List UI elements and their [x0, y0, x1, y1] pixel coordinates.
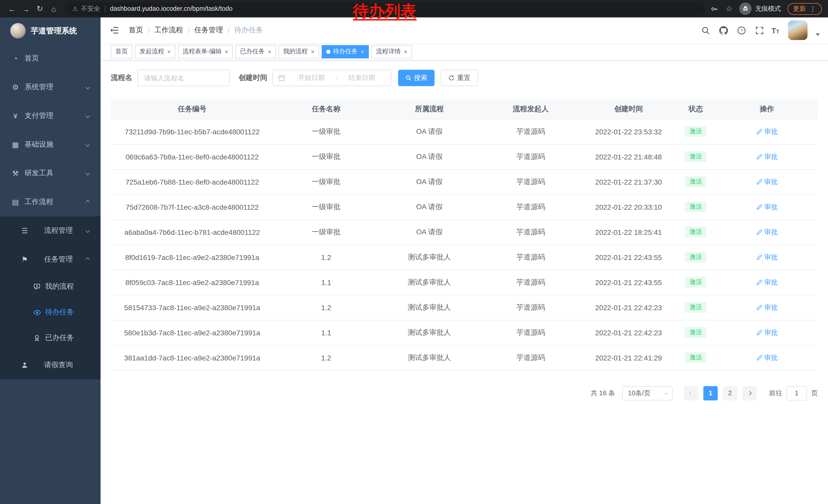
- avatar[interactable]: [788, 20, 808, 40]
- status-cell: 激活: [676, 320, 716, 345]
- sidebar-item-done-tasks[interactable]: 已办任务: [0, 325, 100, 351]
- tab-todo-tasks[interactable]: 待办任务 ×: [322, 45, 369, 58]
- sidebar-item-task-management[interactable]: ⚑ 任务管理: [0, 245, 100, 274]
- operation-cell: 审批: [716, 345, 818, 370]
- breadcrumb-task-management[interactable]: 任务管理: [195, 26, 223, 35]
- close-icon[interactable]: ×: [361, 48, 364, 55]
- approve-link[interactable]: 审批: [756, 177, 778, 186]
- start-date-placeholder: 开始日期: [287, 73, 335, 83]
- approve-link[interactable]: 审批: [756, 202, 778, 212]
- search-button[interactable]: 搜索: [398, 70, 434, 86]
- tab-process-form-edit[interactable]: 流程表单-编辑 ×: [178, 45, 233, 58]
- approve-link[interactable]: 审批: [756, 278, 778, 287]
- font-size-icon[interactable]: TT: [771, 26, 779, 35]
- search-button-label: 搜索: [414, 73, 427, 83]
- chevron-down-icon: [86, 171, 90, 176]
- tab-home[interactable]: 首页: [111, 45, 132, 58]
- sidebar-item-payment-management[interactable]: ¥ 支付管理: [0, 101, 100, 130]
- divider: [105, 5, 106, 12]
- page-size-select[interactable]: 10条/页: [622, 386, 672, 400]
- sidebar-item-my-process[interactable]: 我的流程: [0, 274, 100, 300]
- task-id-cell: 381aa1dd-7ac8-11ec-a9e2-a2380e71991a: [111, 345, 274, 370]
- approve-link[interactable]: 审批: [756, 253, 778, 262]
- operation-cell: 审批: [716, 295, 818, 320]
- sidebar-item-home[interactable]: ◔ 首页: [0, 44, 100, 73]
- close-icon[interactable]: ×: [311, 48, 315, 55]
- sidebar-item-infrastructure[interactable]: ▦ 基础设施: [0, 130, 100, 159]
- next-page-button[interactable]: [742, 386, 757, 400]
- tab-done-tasks[interactable]: 已办任务 ×: [236, 45, 276, 58]
- approve-link[interactable]: 审批: [756, 127, 778, 136]
- breadcrumb-separator: /: [188, 26, 190, 34]
- column-header: 创建时间: [581, 99, 675, 119]
- sidebar-item-system-management[interactable]: ⚙ 系统管理: [0, 73, 100, 101]
- tab-process-detail[interactable]: 流程详情 ×: [371, 45, 412, 58]
- sidebar-item-leave-query[interactable]: 请假查询: [0, 351, 100, 379]
- edit-icon: [756, 329, 762, 335]
- starter-cell: 芋道源码: [480, 119, 581, 144]
- edit-icon: [756, 304, 762, 311]
- bookmark-star-icon[interactable]: ☆: [726, 4, 733, 13]
- starter-cell: 芋道源码: [480, 295, 581, 320]
- update-label: 更新: [793, 4, 806, 13]
- starter-cell: 芋道源码: [480, 144, 581, 169]
- help-icon[interactable]: ?: [735, 24, 748, 36]
- fullscreen-icon[interactable]: [753, 24, 766, 36]
- page-size-value: 10条/页: [628, 388, 651, 398]
- home-icon[interactable]: ⌂: [47, 2, 60, 16]
- caret-down-icon[interactable]: [816, 33, 820, 36]
- page-button-2[interactable]: 2: [723, 386, 737, 400]
- page-content: 流程名 创建时间 开始日期 - 结束日期 搜索: [100, 60, 828, 504]
- approve-link[interactable]: 审批: [756, 227, 778, 237]
- hamburger-icon[interactable]: [108, 24, 121, 36]
- breadcrumb-home[interactable]: 首页: [129, 26, 143, 35]
- status-cell: 激活: [676, 345, 716, 370]
- status-cell: 激活: [676, 194, 716, 220]
- table-row: a6aba0a4-7b6d-11ec-b781-acde48001122 一级审…: [111, 220, 818, 244]
- status-badge: 激活: [685, 151, 707, 162]
- user-icon: [19, 362, 30, 369]
- date-range-picker[interactable]: 开始日期 - 结束日期: [273, 70, 391, 86]
- breadcrumb-workflow[interactable]: 工作流程: [155, 26, 183, 35]
- more-menu-icon[interactable]: ⋮: [810, 5, 816, 12]
- sidebar-item-todo-tasks[interactable]: 待办任务: [0, 300, 100, 325]
- sidebar-item-label: 首页: [25, 54, 39, 63]
- tab-start-process[interactable]: 发起流程 ×: [135, 45, 175, 58]
- operation-cell: 审批: [716, 194, 818, 220]
- tab-my-process[interactable]: 我的流程 ×: [279, 45, 319, 58]
- url-text: dashboard.yudao.iocoder.cn/bpm/task/todo: [110, 5, 233, 12]
- window-shell: 芋道管理系统 ◔ 首页 ⚙ 系统管理 ¥ 支付管理 ▦ 基础设施: [0, 17, 828, 504]
- refresh-icon[interactable]: ↻: [33, 2, 47, 16]
- sidebar-item-devtools[interactable]: ⚒ 研发工具: [0, 159, 100, 188]
- breadcrumb: 首页 / 工作流程 / 任务管理 / 待办任务: [129, 26, 263, 35]
- status-badge: 激活: [685, 302, 707, 313]
- github-icon[interactable]: [717, 24, 730, 36]
- approve-link[interactable]: 审批: [756, 328, 778, 337]
- goto-page-input[interactable]: [786, 386, 807, 400]
- close-icon[interactable]: ×: [225, 48, 228, 55]
- sidebar-item-label: 基础设施: [25, 140, 53, 149]
- search-icon[interactable]: [700, 24, 712, 36]
- close-icon[interactable]: ×: [404, 48, 407, 55]
- prev-page-button[interactable]: [684, 386, 698, 400]
- task-id-cell: a6aba0a4-7b6d-11ec-b781-acde48001122: [111, 220, 274, 244]
- reset-button[interactable]: 重置: [441, 70, 478, 86]
- sidebar-item-process-management[interactable]: ☰ 流程管理: [0, 216, 100, 245]
- status-cell: 激活: [676, 244, 716, 270]
- top-navbar: 首页 / 工作流程 / 任务管理 / 待办任务 ?: [100, 17, 828, 43]
- update-button[interactable]: 更新 ⋮: [787, 3, 822, 15]
- incognito-badge[interactable]: 无痕模式: [739, 3, 781, 15]
- back-icon[interactable]: ←: [5, 2, 19, 16]
- process-name-input[interactable]: [137, 70, 230, 86]
- close-icon[interactable]: ×: [268, 48, 272, 55]
- forward-icon[interactable]: →: [19, 2, 33, 16]
- approve-link-label: 审批: [764, 328, 778, 337]
- key-icon[interactable]: [710, 2, 719, 16]
- sidebar-item-workflow[interactable]: ▤ 工作流程: [0, 188, 100, 216]
- column-header: 所属流程: [379, 99, 480, 119]
- page-button-1[interactable]: 1: [703, 386, 718, 400]
- approve-link[interactable]: 审批: [756, 152, 778, 161]
- approve-link[interactable]: 审批: [756, 303, 778, 312]
- approve-link[interactable]: 审批: [756, 353, 778, 362]
- close-icon[interactable]: ×: [167, 48, 171, 55]
